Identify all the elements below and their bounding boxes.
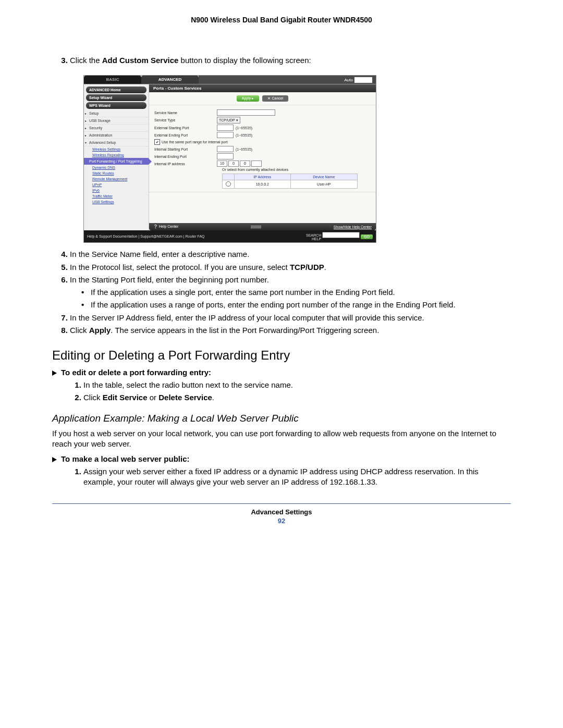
heading-editing-deleting: Editing or Deleting a Port Forwarding En…: [52, 348, 511, 363]
app-example-body: If you host a web server on your local n…: [52, 428, 511, 450]
device-ip: 10.0.0.2: [235, 180, 291, 189]
label-ext-start: External Starting Port: [154, 126, 217, 130]
step-7: In the Server IP Address field, enter th…: [70, 313, 511, 323]
sidebar-item-advanced-setup[interactable]: Advanced Setup: [84, 139, 149, 146]
input-ip-2[interactable]: 0: [228, 161, 239, 167]
auto-refresh[interactable]: Auto: [341, 76, 376, 84]
search-label-1: SEARCH: [306, 233, 321, 237]
label-int-ip: Internal IP address: [154, 162, 217, 166]
hint-ext-start: (1~65535): [236, 126, 252, 130]
proc-head-webserver: To make a local web server public:: [52, 454, 511, 463]
label-int-end: Internal Ending Port: [154, 155, 217, 158]
footer-page-number: 92: [52, 517, 511, 525]
sidebar-sub-wireless-settings[interactable]: Wireless Settings: [84, 146, 149, 152]
input-ext-start[interactable]: [217, 125, 234, 131]
input-ext-end[interactable]: [217, 132, 234, 138]
input-service-name[interactable]: [217, 109, 275, 116]
label-service-type: Service Type: [154, 118, 217, 122]
arrow-icon: [52, 371, 57, 376]
step-6: In the Starting Port field, enter the be…: [70, 275, 511, 311]
step-6-bullet-2: If the application uses a range of ports…: [91, 300, 511, 310]
sidebar-sub-static-routes[interactable]: Static Routes: [84, 170, 149, 176]
hint-int-start: (1~65535): [236, 147, 252, 151]
sidebar-btn-setup-wizard[interactable]: Setup Wizard: [86, 94, 146, 101]
sidebar-sub-usb-settings[interactable]: USB Settings: [84, 199, 149, 205]
sidebar-item-admin[interactable]: Administration: [84, 132, 149, 139]
showhide-help[interactable]: Show/Hide Help Center: [334, 225, 372, 229]
step-4: In the Service Name field, enter a descr…: [70, 249, 511, 260]
device-row[interactable]: 10.0.0.2 User-HP: [223, 180, 358, 189]
input-ip-4[interactable]: [251, 161, 262, 167]
input-int-start[interactable]: [217, 146, 234, 152]
auto-refresh-label: Auto: [345, 78, 353, 82]
sidebar-sub-upnp[interactable]: UPnP: [84, 182, 149, 188]
tab-basic[interactable]: BASIC: [84, 76, 141, 84]
select-service-type[interactable]: TCP/UDP ▾: [217, 117, 240, 124]
input-int-end[interactable]: [217, 153, 234, 159]
label-service-name: Service Name: [154, 111, 217, 115]
sidebar-item-usb[interactable]: USB Storage: [84, 117, 149, 125]
step-5: In the Protocol list, select the protoco…: [70, 262, 511, 273]
footer-help-support[interactable]: Help & Support Documentation | Support@N…: [87, 235, 205, 238]
drag-handle-icon[interactable]: [248, 226, 264, 228]
label-int-start: Internal Starting Port: [154, 147, 217, 151]
go-button[interactable]: GO: [361, 235, 373, 239]
device-table: IP Address Device Name 10.0.0.2 User-HP: [222, 174, 358, 189]
content-title: Ports - Custom Services: [149, 84, 376, 92]
edit-step-1: In the table, select the radio button ne…: [83, 380, 511, 390]
search-input[interactable]: [322, 232, 360, 238]
sidebar-sub-traffic[interactable]: Traffic Meter: [84, 193, 149, 199]
apply-button[interactable]: Apply ▸: [237, 95, 259, 102]
cancel-button[interactable]: ✕ Cancel: [262, 95, 288, 102]
heading-app-example: Application Example: Making a Local Web …: [52, 413, 511, 424]
device-name: User-HP: [290, 180, 357, 189]
step-3: Click the Add Custom Service button to d…: [70, 55, 511, 66]
sidebar-sub-wireless-repeating[interactable]: Wireless Repeating: [84, 152, 149, 158]
arrow-icon: [52, 457, 57, 462]
help-center-label[interactable]: ❔ Help Center: [153, 225, 178, 229]
step3-bold: Add Custom Service: [102, 56, 179, 65]
webserver-step-1: Assign your web server either a fixed IP…: [83, 466, 511, 488]
step-6-bullet-1: If the application uses a single port, e…: [91, 287, 511, 298]
edit-step-2: Click Edit Service or Delete Service.: [83, 392, 511, 403]
input-ip-3[interactable]: 0: [240, 161, 250, 167]
sidebar-item-setup[interactable]: Setup: [84, 110, 149, 117]
search-label-2: HELP: [312, 237, 321, 241]
step-8: Click Apply. The service appears in the …: [70, 325, 511, 336]
sidebar-item-security[interactable]: Security: [84, 125, 149, 132]
step3-pre: Click the: [70, 56, 102, 65]
form-area: Service Name Service Type TCP/UDP ▾ Exte…: [149, 105, 376, 192]
th-name: Device Name: [290, 174, 357, 180]
sidebar-sub-ipv6[interactable]: IPv6: [84, 188, 149, 193]
footer-rule: [52, 503, 511, 504]
sidebar-sub-remote-mgmt[interactable]: Remote Management: [84, 176, 149, 182]
hint-ext-end: (1~65535): [236, 133, 252, 137]
sidebar: ADVANCED Home Setup Wizard WPS Wizard Se…: [84, 84, 149, 230]
proc-head-edit-delete: To edit or delete a port forwarding entr…: [52, 368, 511, 377]
sidebar-btn-wps-wizard[interactable]: WPS Wizard: [86, 102, 146, 109]
footer-section-label: Advanced Settings: [52, 508, 511, 516]
document-title: N900 Wireless Dual Band Gigabit Router W…: [52, 16, 511, 24]
checkbox-same-range[interactable]: ✔: [154, 139, 160, 145]
device-radio[interactable]: [226, 181, 231, 187]
router-screenshot: BASIC ADVANCED Auto ADVANCED Home Setup …: [83, 75, 376, 243]
th-ip: IP Address: [235, 174, 291, 180]
input-ip-1[interactable]: 10: [217, 161, 227, 167]
sidebar-btn-advanced-home[interactable]: ADVANCED Home: [86, 87, 146, 93]
sidebar-sub-port-forwarding[interactable]: Port Forwarding / Port Triggering: [84, 158, 149, 165]
auto-refresh-dropdown[interactable]: [354, 77, 373, 83]
device-caption: Or select from currently attached device…: [222, 168, 371, 171]
label-same-range: Use the same port range for Internal por…: [162, 140, 227, 144]
label-ext-end: External Ending Port: [154, 133, 217, 137]
tab-advanced[interactable]: ADVANCED: [141, 76, 199, 84]
sidebar-sub-dyndns[interactable]: Dynamic DNS: [84, 165, 149, 170]
step3-post: button to display the following screen:: [178, 56, 311, 65]
